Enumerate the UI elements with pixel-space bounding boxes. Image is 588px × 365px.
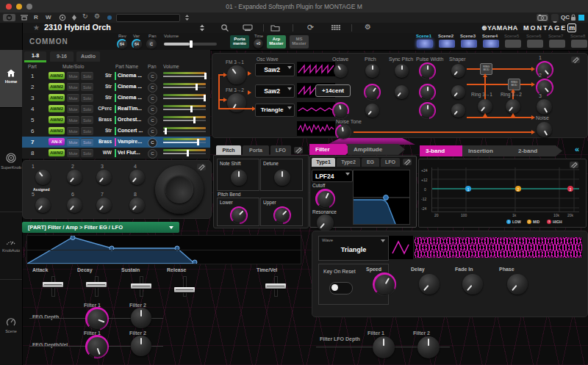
volume-slider-thumb[interactable]: [190, 40, 193, 48]
part-volume-slider[interactable]: [163, 127, 206, 134]
solo-button[interactable]: Solo: [81, 83, 93, 91]
tab-filter-lfo[interactable]: LFO: [381, 158, 400, 167]
tab-filter[interactable]: Filter: [309, 144, 352, 155]
gear-icon-host[interactable]: ⚙: [94, 12, 100, 20]
part-pan-knob[interactable]: C: [148, 83, 157, 93]
osc3-pulse-width-knob[interactable]: [419, 102, 436, 119]
part-pan-knob[interactable]: C: [148, 72, 157, 82]
tab-lfo[interactable]: LFO: [270, 145, 291, 155]
mute-button[interactable]: Mute: [67, 72, 79, 80]
tab-parts-audio[interactable]: Audio: [76, 51, 100, 62]
preset-spinner-icon[interactable]: [198, 24, 206, 32]
part-row-2[interactable]: 2 AWM2 Mute Solo Str Cinema ... C: [22, 82, 210, 93]
part-volume-thumb[interactable]: [204, 95, 206, 101]
tab-parts-9-16[interactable]: 9-16: [50, 51, 74, 62]
arp-master-button[interactable]: Arp Master: [267, 35, 286, 48]
osc1-wave-dropdown[interactable]: Saw2: [255, 63, 295, 76]
scene3-button[interactable]: [461, 40, 477, 48]
grid-matrix-icon[interactable]: [331, 24, 341, 32]
collapse-icon[interactable]: «: [575, 145, 579, 153]
solo-button[interactable]: Solo: [81, 138, 93, 146]
solo-button[interactable]: Solo: [81, 94, 93, 102]
part-volume-thumb[interactable]: [197, 139, 199, 145]
scene1-button[interactable]: [417, 40, 433, 48]
preset-prev-next-icon[interactable]: [182, 14, 194, 21]
osc2-pulse-width-knob[interactable]: [419, 84, 436, 101]
note-shift-knob[interactable]: [231, 170, 247, 186]
mute-button[interactable]: Mute: [67, 127, 79, 135]
part-volume-slider[interactable]: [163, 72, 206, 79]
volume-slider[interactable]: [164, 43, 217, 46]
power-button[interactable]: [3, 14, 15, 21]
osc1-sync-pitch-knob[interactable]: [395, 64, 409, 78]
delay-knob[interactable]: [419, 274, 440, 294]
edit-icon[interactable]: [571, 57, 580, 63]
feg-depth-filter1-knob[interactable]: [85, 307, 109, 330]
noise-tone-knob[interactable]: [335, 124, 351, 140]
ring-3-1-knob[interactable]: [478, 99, 492, 114]
part-nav-dropdown[interactable]: [PART] Filter / Amp > Filter EG / LFO: [22, 222, 179, 233]
part-volume-slider[interactable]: [163, 105, 206, 112]
part-volume-thumb[interactable]: [165, 128, 167, 134]
osc1-shaper-knob[interactable]: [451, 64, 465, 78]
tab-eg[interactable]: EG: [362, 158, 379, 167]
folder-icon[interactable]: [270, 24, 280, 32]
out-noise-level-knob[interactable]: [537, 122, 552, 137]
osc1-pitch-knob[interactable]: [365, 64, 379, 78]
snapshot-dropdown-icon[interactable]: [551, 14, 559, 21]
mute-button[interactable]: Mute: [67, 83, 79, 91]
sidebar-item-knobauto[interactable]: KnobAuto: [0, 212, 22, 280]
osc1-pulse-width-knob[interactable]: [419, 62, 436, 79]
part-volume-thumb[interactable]: [196, 84, 198, 90]
phase-knob[interactable]: [507, 274, 528, 294]
mute-button[interactable]: Mute: [67, 138, 79, 146]
mute-button[interactable]: Mute: [67, 149, 79, 157]
read-automation-button[interactable]: R: [34, 14, 38, 21]
feg-depth-filter2-knob[interactable]: [131, 308, 151, 328]
tab-type2[interactable]: Type2: [337, 158, 360, 167]
part-pan-knob[interactable]: C: [148, 149, 157, 159]
assign-knob-2[interactable]: [67, 170, 82, 185]
filter-lfo-depth-filter1-knob[interactable]: [373, 336, 395, 358]
tab-parts-1-8[interactable]: 1-8: [24, 51, 46, 62]
assign-knob-7[interactable]: [96, 198, 112, 213]
sidebar-item-scene[interactable]: Scene: [0, 279, 22, 365]
tab-3-band[interactable]: 3-band: [420, 145, 470, 156]
resonance-knob[interactable]: [317, 214, 334, 231]
mute-button[interactable]: Mute: [67, 105, 79, 113]
compare-icon[interactable]: [19, 14, 29, 21]
filter-lfo-depth-filter2-knob[interactable]: [417, 336, 440, 358]
tab-2-band[interactable]: 2-band: [512, 145, 562, 156]
tab-porta[interactable]: Porta: [243, 145, 269, 155]
release-slider[interactable]: [173, 276, 196, 295]
part-volume-thumb[interactable]: [190, 106, 193, 112]
part-row-5[interactable]: 5 AWM2 Mute Solo Brass Orchest... C: [22, 115, 210, 126]
part-volume-slider[interactable]: [163, 138, 206, 145]
pitch-bend-lower-knob[interactable]: [230, 206, 248, 224]
osc3-pitch-knob[interactable]: [365, 104, 379, 118]
osc2-pitch-knob[interactable]: [364, 84, 381, 101]
tab-pitch[interactable]: Pitch: [216, 145, 241, 155]
preset-name[interactable]: 2310 Hybrid Orch: [44, 23, 111, 32]
sync-icon[interactable]: ⟳: [307, 23, 314, 32]
assign-knob-1[interactable]: [35, 170, 51, 185]
qc-label[interactable]: QC: [561, 14, 570, 21]
part-pan-knob[interactable]: C: [148, 105, 157, 115]
key-on-reset-toggle[interactable]: [329, 282, 353, 294]
var-knob[interactable]: 64: [132, 39, 142, 49]
solo-button[interactable]: Solo: [81, 116, 93, 124]
scene8-button[interactable]: [571, 40, 587, 48]
feg-depth-vel-filter1-knob[interactable]: [85, 335, 109, 358]
scene6-button[interactable]: [527, 40, 543, 48]
filter-eg-graph[interactable]: [26, 235, 301, 264]
lfo-wave-dropdown[interactable]: Wave Triangle: [318, 236, 389, 261]
part-row-8[interactable]: 8 AWM2 Mute Solo WW Vel Flut... C: [22, 148, 210, 159]
fm-3-2-knob[interactable]: [227, 93, 246, 112]
lock-icon[interactable]: [570, 14, 576, 21]
sidebar-item-home[interactable]: Home: [0, 50, 22, 108]
fade-in-knob[interactable]: [462, 274, 483, 294]
out3-level-knob[interactable]: [537, 99, 552, 115]
assign-knob-5[interactable]: [35, 198, 51, 213]
pitch-bend-upper-knob[interactable]: [273, 206, 291, 224]
osc2-wave-dropdown[interactable]: Saw2: [255, 84, 295, 98]
